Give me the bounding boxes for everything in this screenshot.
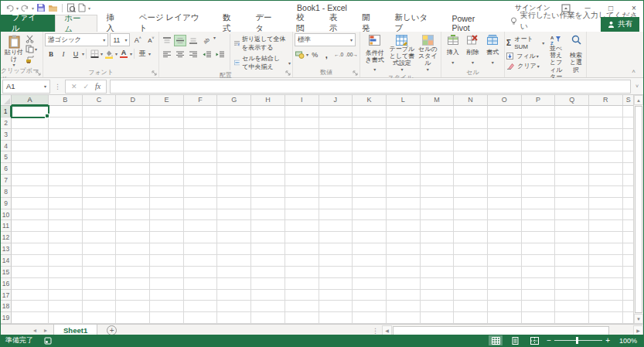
cell-I11[interactable]: [285, 220, 319, 232]
cell-K18[interactable]: [353, 301, 387, 312]
clear-button[interactable]: クリア▾: [506, 62, 544, 70]
cell-D17[interactable]: [116, 290, 150, 301]
cell-J2[interactable]: [319, 117, 353, 129]
cell-C3[interactable]: [83, 129, 117, 141]
format-painter-button[interactable]: [26, 55, 37, 63]
cell-G4[interactable]: [217, 141, 251, 152]
cell-Q13[interactable]: [555, 243, 589, 255]
cell-D11[interactable]: [116, 220, 150, 232]
cell-O14[interactable]: [488, 255, 522, 267]
cell-K15[interactable]: [353, 267, 387, 278]
align-middle-button[interactable]: [174, 35, 186, 46]
redo-dropdown-icon[interactable]: ▾: [32, 5, 34, 11]
format-as-table-button[interactable]: テーブルとして書式設定 ▾: [387, 33, 416, 73]
cell-A5[interactable]: [12, 151, 49, 163]
vertical-scroll-thumb[interactable]: [635, 106, 642, 313]
cell-E12[interactable]: [150, 232, 184, 243]
cell-E4[interactable]: [150, 141, 184, 152]
cell-P15[interactable]: [522, 267, 556, 278]
open-folder-icon[interactable]: [48, 2, 58, 13]
cell-H13[interactable]: [251, 243, 285, 255]
cell-D14[interactable]: [116, 255, 150, 267]
tab-scrollbar-splitter[interactable]: ⋮: [372, 327, 379, 335]
cell-K1[interactable]: [353, 106, 387, 117]
cell-Q7[interactable]: [555, 175, 589, 186]
cell-E16[interactable]: [150, 278, 184, 290]
cell-D8[interactable]: [116, 186, 150, 198]
cell-D5[interactable]: [116, 151, 150, 163]
cell-H1[interactable]: [251, 106, 285, 117]
row-header-18[interactable]: 18: [1, 301, 12, 312]
cell-styles-button[interactable]: セルのスタイル ▾: [417, 33, 439, 73]
cell-N1[interactable]: [454, 106, 488, 117]
cell-O9[interactable]: [488, 198, 522, 209]
cell-Q9[interactable]: [555, 198, 589, 209]
cell-P3[interactable]: [522, 129, 556, 141]
cell-D3[interactable]: [116, 129, 150, 141]
cell-P9[interactable]: [522, 198, 556, 209]
cell-M6[interactable]: [421, 163, 455, 175]
tab-page-layout[interactable]: ページ レイアウト: [131, 15, 214, 32]
cell-A17[interactable]: [12, 290, 49, 301]
row-header-12[interactable]: 12: [1, 232, 12, 243]
cell-M12[interactable]: [421, 232, 455, 243]
cell-M4[interactable]: [421, 141, 455, 152]
cell-G14[interactable]: [217, 255, 251, 267]
column-header-M[interactable]: M: [421, 95, 455, 106]
column-header-E[interactable]: E: [150, 95, 184, 106]
font-name-combo[interactable]: 游ゴシック▾: [45, 33, 108, 46]
cell-P7[interactable]: [522, 175, 556, 186]
tab-power-pivot[interactable]: Power Pivot: [443, 15, 502, 32]
cell-L16[interactable]: [387, 278, 421, 290]
column-header-P[interactable]: P: [522, 95, 556, 106]
cell-O6[interactable]: [488, 163, 522, 175]
cell-I19[interactable]: [285, 312, 319, 324]
cell-K10[interactable]: [353, 209, 387, 221]
column-header-A[interactable]: A: [12, 95, 49, 106]
cut-button[interactable]: [26, 35, 37, 43]
scroll-up-icon[interactable]: ▲: [634, 95, 643, 105]
cell-C14[interactable]: [83, 255, 117, 267]
cell-L19[interactable]: [387, 312, 421, 324]
cell-O17[interactable]: [488, 290, 522, 301]
cell-B4[interactable]: [49, 141, 83, 152]
cell-D6[interactable]: [116, 163, 150, 175]
font-size-combo[interactable]: 11▾: [110, 33, 130, 46]
cell-O11[interactable]: [488, 220, 522, 232]
cell-N19[interactable]: [454, 312, 488, 324]
italic-button[interactable]: I: [57, 48, 70, 60]
cell-D12[interactable]: [116, 232, 150, 243]
cell-L11[interactable]: [387, 220, 421, 232]
cell-F3[interactable]: [184, 129, 218, 141]
cell-Q14[interactable]: [555, 255, 589, 267]
zoom-in-icon[interactable]: +: [605, 336, 610, 345]
cell-P10[interactable]: [522, 209, 556, 221]
increase-indent-button[interactable]: [213, 49, 226, 60]
cell-F15[interactable]: [184, 267, 218, 278]
cell-H3[interactable]: [251, 129, 285, 141]
cell-G12[interactable]: [217, 232, 251, 243]
accounting-format-button[interactable]: [295, 49, 305, 60]
cell-G1[interactable]: [217, 106, 251, 117]
cell-C6[interactable]: [83, 163, 117, 175]
cell-C13[interactable]: [83, 243, 117, 255]
cell-O16[interactable]: [488, 278, 522, 290]
cell-N11[interactable]: [454, 220, 488, 232]
column-header-J[interactable]: J: [319, 95, 353, 106]
cell-Q5[interactable]: [555, 151, 589, 163]
cell-R5[interactable]: [589, 151, 623, 163]
cell-K7[interactable]: [353, 175, 387, 186]
row-header-16[interactable]: 16: [1, 278, 12, 290]
customize-qat-icon[interactable]: ▾: [88, 5, 90, 11]
phonetic-guide-button[interactable]: 亜: [136, 48, 148, 60]
cell-I9[interactable]: [285, 198, 319, 209]
cell-J15[interactable]: [319, 267, 353, 278]
zoom-level[interactable]: 100%: [615, 337, 637, 345]
comma-style-button[interactable]: ,: [321, 49, 332, 60]
cell-I17[interactable]: [285, 290, 319, 301]
row-header-15[interactable]: 15: [1, 267, 12, 278]
cell-J8[interactable]: [319, 186, 353, 198]
cell-E8[interactable]: [150, 186, 184, 198]
cell-N6[interactable]: [454, 163, 488, 175]
column-header-G[interactable]: G: [217, 95, 251, 106]
